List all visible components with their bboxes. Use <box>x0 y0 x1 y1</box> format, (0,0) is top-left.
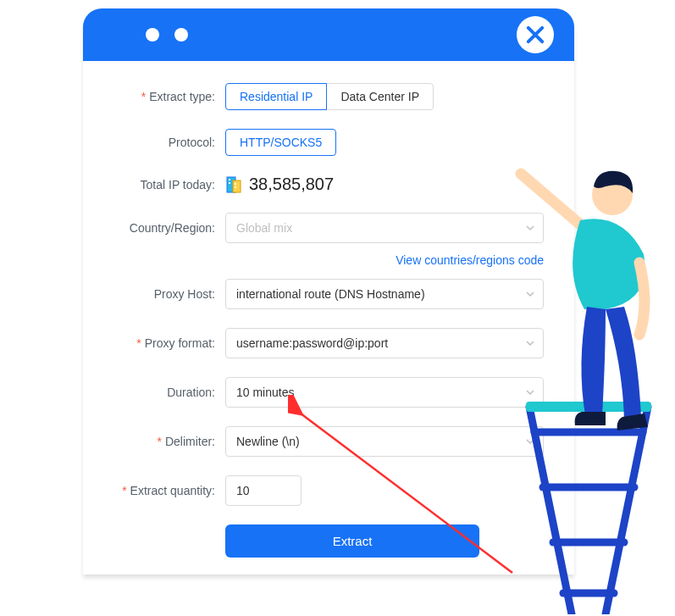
dot-icon <box>174 28 188 42</box>
svg-point-14 <box>592 175 633 215</box>
extract-type-datacenter[interactable]: Data Center IP <box>326 83 434 110</box>
proxy-format-select[interactable]: username:password@ip:port <box>225 328 544 358</box>
window-dots <box>146 28 188 42</box>
svg-line-8 <box>606 407 648 614</box>
extract-type-label: Extract type: <box>83 90 219 103</box>
form: Extract type: Residential IP Data Center… <box>83 61 574 574</box>
close-button[interactable] <box>517 16 554 53</box>
titlebar <box>83 8 574 61</box>
svg-rect-1 <box>233 180 241 192</box>
svg-rect-4 <box>235 183 236 185</box>
extract-type-residential[interactable]: Residential IP <box>225 83 327 110</box>
total-ip-count: 38,585,807 <box>249 175 334 194</box>
extract-button[interactable]: Extract <box>225 524 479 558</box>
country-label: Country/Region: <box>83 221 219 235</box>
svg-rect-5 <box>235 186 236 188</box>
server-icon <box>225 175 242 194</box>
close-icon <box>523 23 547 47</box>
duration-select[interactable]: 10 minutes <box>225 377 544 408</box>
total-ip-label: Total IP today: <box>83 178 219 191</box>
proxy-host-label: Proxy Host: <box>83 287 219 301</box>
delimiter-label: Delimiter: <box>83 435 219 448</box>
dot-icon <box>146 28 159 42</box>
dialog-window: Extract type: Residential IP Data Center… <box>83 8 574 574</box>
extract-quantity-label: Extract quantity: <box>83 484 219 497</box>
country-select[interactable]: Global mix <box>225 213 544 243</box>
total-ip-value: 38,585,807 <box>219 175 544 194</box>
protocol-option[interactable]: HTTP/SOCKS5 <box>225 129 336 156</box>
proxy-host-select[interactable]: international route (DNS Hostname) <box>225 279 544 309</box>
extract-quantity-input[interactable] <box>225 475 302 506</box>
svg-rect-2 <box>229 179 230 180</box>
country-codes-link[interactable]: View countries/regions code <box>396 253 544 267</box>
svg-rect-3 <box>229 182 230 184</box>
duration-label: Duration: <box>83 386 219 399</box>
proxy-format-label: Proxy format: <box>83 336 219 350</box>
delimiter-select[interactable]: Newline (\n) <box>225 426 544 457</box>
protocol-label: Protocol: <box>83 136 219 149</box>
